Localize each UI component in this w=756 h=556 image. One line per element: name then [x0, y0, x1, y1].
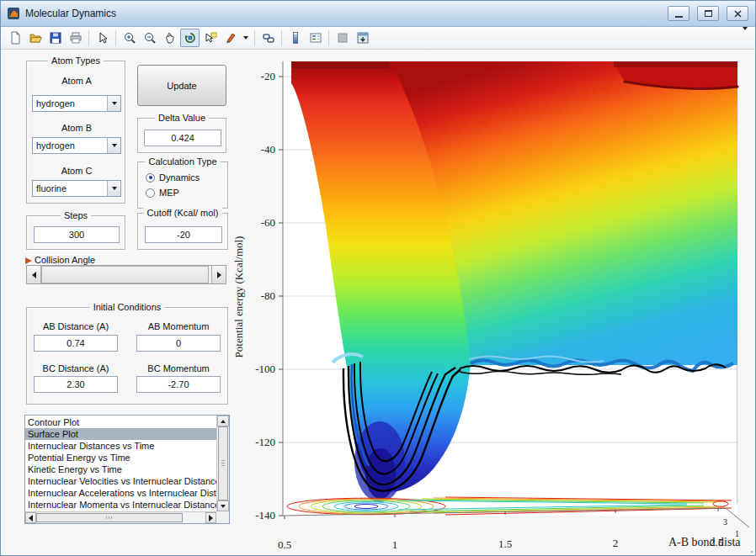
new-figure-button[interactable] — [5, 29, 24, 47]
triangle-up-icon — [221, 420, 226, 423]
print-figure-button[interactable] — [66, 29, 85, 47]
chevron-down-icon — [112, 102, 117, 105]
atom-c-value: fluorine — [36, 183, 67, 193]
brush-data-button[interactable] — [221, 29, 240, 47]
app-window: Molecular Dynamics — [0, 0, 756, 556]
collision-angle-marker-icon — [25, 257, 32, 264]
vertical-scrollbar[interactable] — [216, 416, 229, 511]
ab-momentum-label: AB Momentum — [136, 321, 221, 331]
list-item[interactable]: Internuclear Accelerations vs Internucle… — [25, 487, 216, 499]
atom-a-value: hydrogen — [36, 98, 75, 109]
new-file-icon — [8, 31, 22, 45]
insert-legend-button[interactable] — [306, 29, 325, 47]
close-button[interactable] — [727, 6, 748, 21]
atom-c-dropdown-button[interactable] — [107, 181, 120, 196]
radio-mep[interactable]: MEP — [146, 188, 179, 198]
scroll-right-button[interactable] — [205, 512, 216, 523]
link-plots-button[interactable] — [258, 29, 278, 47]
steps-field[interactable]: 300 — [34, 226, 120, 243]
slider-right-arrow[interactable] — [211, 266, 226, 283]
scroll-left-button[interactable] — [25, 512, 36, 523]
dock-figure-icon — [356, 31, 370, 45]
z-tick-label: -100 — [243, 363, 275, 376]
rotate-3d-button[interactable] — [180, 29, 200, 47]
bc-momentum-field[interactable]: -2.70 — [136, 376, 221, 393]
atom-b-dropdown[interactable]: hydrogen — [32, 137, 121, 154]
open-file-button[interactable] — [25, 29, 45, 47]
toolbar-separator — [254, 30, 255, 45]
atom-b-dropdown-button[interactable] — [107, 138, 120, 153]
toolbar-separator — [88, 30, 89, 45]
collision-angle-slider[interactable] — [26, 265, 226, 284]
insert-colorbar-button[interactable] — [285, 29, 305, 47]
minimize-button[interactable] — [668, 6, 689, 21]
toolbar-overflow-chevron-icon[interactable] — [743, 30, 748, 45]
update-button[interactable]: Update — [137, 65, 226, 106]
list-item-selected[interactable]: Surface Plot — [25, 428, 216, 440]
atom-a-dropdown-button[interactable] — [107, 96, 120, 111]
collision-angle-label: Collision Angle — [35, 255, 95, 265]
atom-c-dropdown[interactable]: fluorine — [32, 180, 121, 197]
vertical-scrollbar-thumb[interactable] — [218, 426, 228, 500]
resize-grip[interactable] — [751, 551, 753, 553]
cutoff-panel: Cutoff (Kcal/ mol) -20 — [137, 213, 228, 250]
z-tick-label: -40 — [243, 143, 275, 156]
chevron-down-icon — [112, 144, 117, 147]
x-tick-label: 1.5 — [487, 537, 524, 551]
slider-left-arrow[interactable] — [27, 266, 41, 283]
pointer-arrow-icon — [96, 31, 109, 45]
ab-distance-label: AB Distance (A) — [34, 321, 118, 331]
radio-selected-icon — [146, 173, 155, 183]
list-item[interactable]: Internuclear Momenta vs Internuclear Dis… — [25, 499, 216, 511]
link-plots-icon — [262, 31, 275, 45]
toolbar — [1, 27, 755, 50]
save-floppy-icon — [49, 31, 62, 45]
plot-type-list: Contour Plot Surface Plot Internuclear D… — [25, 416, 216, 511]
horizontal-scrollbar[interactable] — [25, 511, 216, 523]
brush-dropdown-button[interactable] — [241, 29, 251, 47]
cutoff-field[interactable]: -20 — [145, 226, 222, 243]
steps-panel: Steps 300 — [26, 215, 125, 250]
rotate-3d-icon — [184, 31, 197, 45]
triangle-left-icon — [32, 272, 36, 278]
ab-distance-field[interactable]: 0.74 — [34, 335, 118, 352]
horizontal-scrollbar-thumb[interactable] — [36, 513, 183, 522]
dock-figure-button[interactable] — [353, 29, 372, 47]
x-tick-label: 2 — [597, 537, 634, 550]
zoom-out-button[interactable] — [140, 29, 159, 47]
atom-a-dropdown[interactable]: hydrogen — [32, 95, 121, 112]
radio-mep-label: MEP — [159, 188, 179, 198]
slider-thumb[interactable] — [41, 266, 209, 283]
pan-button[interactable] — [160, 29, 179, 47]
calculation-type-panel: Calculation Type Dynamics MEP — [137, 162, 228, 209]
edit-plot-button[interactable] — [93, 29, 112, 47]
hide-plot-tools-button[interactable] — [333, 29, 352, 47]
scroll-down-button[interactable] — [217, 500, 229, 511]
list-item[interactable]: Kinetic Energy vs Time — [25, 463, 216, 475]
list-item[interactable]: Internuclear Distances vs Time — [25, 440, 216, 452]
bc-distance-field[interactable]: 2.30 — [34, 376, 118, 393]
zoom-in-button[interactable] — [120, 29, 139, 47]
triangle-down-icon — [221, 505, 226, 508]
maximize-button[interactable] — [697, 6, 719, 21]
data-cursor-button[interactable] — [200, 29, 220, 47]
x-axis-label: A-B bond dista — [668, 536, 741, 549]
delta-value-field[interactable]: 0.424 — [144, 130, 221, 146]
triangle-right-icon — [209, 515, 213, 522]
atom-a-label: Atom A — [27, 76, 126, 86]
triangle-left-icon — [29, 515, 33, 522]
radio-unselected-icon — [146, 188, 155, 198]
scroll-up-button[interactable] — [217, 416, 229, 426]
title-bar[interactable]: Molecular Dynamics — [1, 1, 755, 27]
list-item[interactable]: Contour Plot — [25, 416, 216, 428]
zoom-in-icon — [123, 31, 136, 45]
z-tick-label: -20 — [243, 70, 275, 83]
brush-icon — [224, 31, 237, 45]
radio-dynamics[interactable]: Dynamics — [146, 172, 200, 183]
ab-momentum-field[interactable]: 0 — [136, 335, 221, 352]
list-item[interactable]: Internuclear Velocities vs Internuclear … — [25, 475, 216, 487]
plot-type-listbox[interactable]: Contour Plot Surface Plot Internuclear D… — [24, 415, 230, 524]
save-figure-button[interactable] — [45, 29, 65, 47]
figure-area: Potential energy (Kcal/mol) -20 -40 -60 … — [1, 50, 755, 555]
list-item[interactable]: Potential Energy vs Time — [25, 452, 216, 463]
